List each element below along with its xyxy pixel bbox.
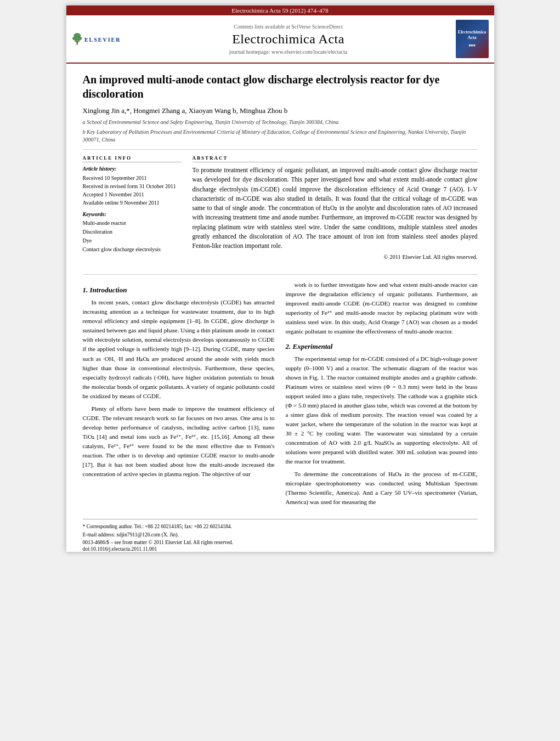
section1-para2: Plenty of efforts have been made to impr…: [83, 404, 275, 479]
keyword-1: Multi-anode reactor: [83, 219, 182, 228]
footnote-section: * Corresponding author. Tel.: +86 22 602…: [83, 519, 478, 552]
received-date: Received 10 September 2011: [83, 174, 182, 182]
affiliation-a: a School of Environmental Science and Sa…: [83, 118, 478, 126]
keyword-4: Contact glow discharge electrolysis: [83, 245, 182, 254]
authors-line: Xinglong Jin a,*, Hongmei Zhang a, Xiaoy…: [83, 106, 478, 115]
journal-homepage: journal homepage: www.elsevier.com/locat…: [127, 49, 450, 55]
section1-heading: 1. Introduction: [83, 286, 275, 295]
received-revised-date: Received in revised form 31 October 2011: [83, 182, 182, 190]
elsevier-tree-icon: [72, 27, 82, 51]
divider-2: [83, 274, 478, 275]
sciverse-line: Contents lists available at SciVerse Sci…: [127, 24, 450, 30]
abstract-label: ABSTRACT: [193, 155, 478, 162]
section2-para2: To determine the concentrations of H₂O₂ …: [286, 470, 478, 507]
section1-right-para1: work is to further investigate how and w…: [286, 280, 478, 336]
keyword-2: Discoloration: [83, 228, 182, 236]
footnote-copyright: 0013-4686/$ – see front matter © 2011 El…: [83, 539, 478, 546]
body-two-col: 1. Introduction In recent years, contact…: [83, 280, 478, 510]
footnote-doi: doi:10.1016/j.electacta.2011.11.001: [83, 546, 478, 552]
journal-issue-info: Electrochimica Acta 59 (2012) 474–478: [231, 7, 329, 14]
affiliation-b: b Key Laboratory of Pollution Processes …: [83, 128, 478, 144]
available-date: Available online 9 November 2011: [83, 199, 182, 207]
abstract-copyright: © 2011 Elsevier Ltd. All rights reserved…: [193, 254, 478, 260]
article-info-label: ARTICLE INFO: [83, 155, 182, 162]
journal-center-header: Contents lists available at SciVerse Sci…: [127, 24, 450, 55]
footnote-star: * Corresponding author. Tel.: +86 22 602…: [83, 523, 478, 530]
section1-para1: In recent years, contact glow discharge …: [83, 298, 275, 401]
article-content: An improved multi-anode contact glow dis…: [66, 64, 494, 269]
body-right-col: work is to further investigate how and w…: [286, 280, 478, 510]
abstract-text: To promote treatment efficiency of organ…: [193, 166, 478, 251]
body-left-col: 1. Introduction In recent years, contact…: [83, 280, 275, 510]
article-info-col: ARTICLE INFO Article history: Received 1…: [83, 155, 182, 260]
journal-title: Electrochimica Acta: [127, 32, 450, 47]
accepted-date: Accepted 1 November 2011: [83, 190, 182, 199]
svg-rect-5: [76, 41, 77, 44]
footnote-email: E-mail address: xdjin7911@126.com (X. Ji…: [83, 531, 478, 539]
top-bar: Electrochimica Acta 59 (2012) 474–478: [66, 5, 494, 15]
section2-heading: 2. Experimental: [286, 342, 478, 351]
elsevier-logo-area: ELSEVIER: [72, 27, 121, 51]
divider-1: [83, 149, 478, 150]
history-label: Article history:: [83, 166, 182, 172]
keyword-3: Dye: [83, 236, 182, 245]
body-content: 1. Introduction In recent years, contact…: [66, 274, 494, 552]
keywords-label: Keywords:: [83, 211, 182, 217]
section2-para1: The experimental setup for m-CGDE consis…: [286, 354, 478, 467]
abstract-col: ABSTRACT To promote treatment efficiency…: [193, 155, 478, 260]
elsevier-wordmark: ELSEVIER: [84, 37, 121, 43]
article-title: An improved multi-anode contact glow dis…: [83, 72, 478, 101]
journal-header: ELSEVIER Contents lists available at Sci…: [66, 15, 494, 64]
journal-cover-image: Electrochimica Acta ■■■: [456, 20, 489, 58]
article-info-abstract-section: ARTICLE INFO Article history: Received 1…: [83, 155, 478, 260]
